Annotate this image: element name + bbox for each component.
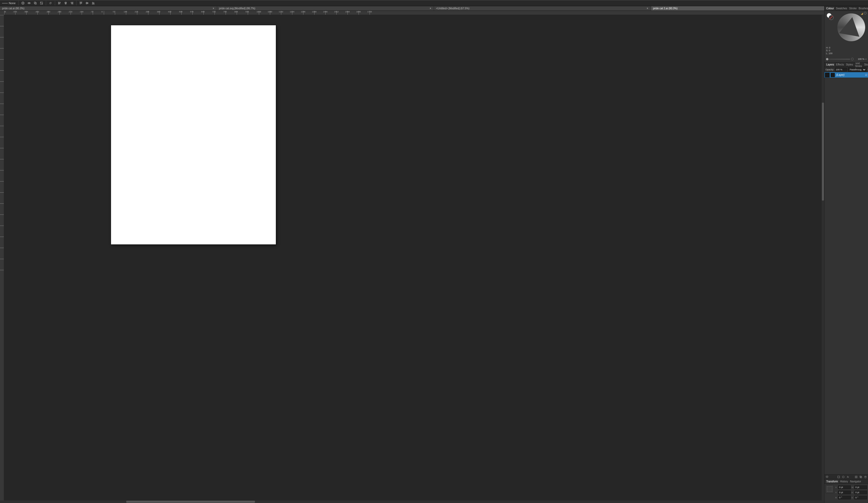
layer-row[interactable]: (Layer) ☑ xyxy=(825,72,868,78)
document-tab[interactable]: pride cat.svg [Modified] (86.7%) × xyxy=(217,6,434,11)
layers-list[interactable]: (Layer) ☑ xyxy=(825,72,868,474)
opacity-slider[interactable]: 100 % ▾ xyxy=(826,58,867,61)
separator xyxy=(46,1,46,6)
scrollbar-thumb[interactable] xyxy=(126,501,255,503)
layer-thumbnail[interactable] xyxy=(825,73,830,77)
order-icon[interactable] xyxy=(33,0,38,6)
scrollbar-thumb[interactable] xyxy=(822,103,824,201)
tab-stroke[interactable]: Stroke xyxy=(848,7,857,10)
svg-rect-16 xyxy=(92,2,93,4)
color-panel: ◢ H: 0 S: 0 L: 100 100 % ▾ xyxy=(825,11,868,62)
layers-panel: Opacity: Passthrough ⚙ 🔒 (Layer) ☑ xyxy=(825,67,868,479)
opacity-value[interactable]: 100 % xyxy=(855,58,865,60)
align-center-h-icon[interactable] xyxy=(63,0,68,6)
color-triangle[interactable] xyxy=(839,16,862,37)
tab-effects[interactable]: Effects xyxy=(835,63,845,67)
s-input[interactable] xyxy=(854,496,867,500)
blend-mode-select[interactable]: Passthrough xyxy=(848,68,867,72)
sync-icon[interactable] xyxy=(48,0,53,6)
tab-styles[interactable]: Styles xyxy=(845,63,854,67)
insert-inside-icon[interactable] xyxy=(20,0,25,6)
tab-layers[interactable]: Layers xyxy=(826,63,835,67)
duplicate-icon[interactable] xyxy=(859,475,862,479)
align-bottom-icon[interactable] xyxy=(91,0,96,6)
svg-rect-11 xyxy=(72,3,73,4)
opacity-thumb[interactable] xyxy=(826,58,828,60)
trash-icon[interactable] xyxy=(864,475,867,479)
ruler-corner[interactable] xyxy=(0,11,4,15)
align-right-icon[interactable] xyxy=(69,0,74,6)
close-icon[interactable]: × xyxy=(646,7,649,10)
transform-panel: X W Y H R S xyxy=(825,484,868,503)
separator xyxy=(18,1,19,6)
layer-visible-icon[interactable]: ☑ xyxy=(865,74,868,76)
svg-point-2 xyxy=(29,2,30,3)
context-toolbar: None xyxy=(0,0,868,6)
tab-colour[interactable]: Colour xyxy=(826,7,835,10)
tab-transform[interactable]: Transform xyxy=(826,480,839,483)
add-layer-icon[interactable] xyxy=(855,475,858,479)
hsl-readout: H: 0 S: 0 L: 100 xyxy=(826,47,833,55)
adjustment-icon[interactable] xyxy=(842,475,845,479)
lum-value: L: 100 xyxy=(826,52,833,55)
document-tab[interactable]: pride cat.ai (80.3%) × xyxy=(0,6,217,11)
y-label: Y xyxy=(835,491,837,494)
tab-swatches[interactable]: Swatches xyxy=(835,7,848,10)
x-input[interactable] xyxy=(838,485,851,489)
layer-preview-icon[interactable] xyxy=(831,73,835,77)
align-left-icon[interactable] xyxy=(57,0,62,6)
w-label: W xyxy=(851,486,854,489)
convert-icon[interactable] xyxy=(39,0,44,6)
document-tab-label: <Untitled> [Modified] (67.5%) xyxy=(436,7,469,10)
none-icon[interactable] xyxy=(864,12,867,14)
canvas-area: -648-576-504-432-360-288-216-144-7207214… xyxy=(0,11,824,501)
horizontal-ruler[interactable]: -648-576-504-432-360-288-216-144-7207214… xyxy=(4,11,824,15)
w-input[interactable] xyxy=(854,485,867,489)
x-label: X xyxy=(835,486,837,489)
document-tab-label: pride cat.svg [Modified] (86.7%) xyxy=(219,7,256,10)
vertical-scrollbar[interactable] xyxy=(822,15,824,501)
y-input[interactable] xyxy=(838,491,851,494)
chevron-down-icon[interactable]: ▾ xyxy=(866,58,867,60)
stroke-style-control[interactable]: None xyxy=(1,1,17,4)
r-input[interactable] xyxy=(838,496,851,500)
eyedropper-icon[interactable]: ◢ xyxy=(861,12,863,15)
opacity-label: Opacity: xyxy=(826,68,834,71)
anchor-point-widget[interactable] xyxy=(826,485,834,493)
align-center-v-icon[interactable] xyxy=(84,0,90,6)
svg-rect-10 xyxy=(71,2,73,3)
fill-stroke-icon[interactable] xyxy=(826,12,834,21)
svg-rect-12 xyxy=(80,2,81,4)
hue-value: H: 0 xyxy=(826,47,833,49)
tab-stock[interactable]: Stock xyxy=(864,63,868,67)
document-tab[interactable]: <Untitled> [Modified] (67.5%) × xyxy=(434,6,651,11)
mask-icon[interactable] xyxy=(837,475,840,479)
h-input[interactable] xyxy=(854,491,867,494)
opacity-swatch-icon xyxy=(851,58,854,60)
fx-icon[interactable]: fx xyxy=(846,475,849,479)
fill-stroke-swatches[interactable] xyxy=(826,12,834,21)
layers-stack-icon[interactable] xyxy=(826,475,829,479)
layer-opacity-input[interactable] xyxy=(835,68,847,71)
svg-point-22 xyxy=(842,476,844,478)
canvas-viewport[interactable] xyxy=(4,15,822,501)
close-icon[interactable]: × xyxy=(212,7,215,10)
stroke-style-label: None xyxy=(9,1,16,4)
layer-name[interactable]: (Layer) xyxy=(836,73,865,76)
align-top-icon[interactable] xyxy=(78,0,83,6)
opacity-track[interactable] xyxy=(826,59,850,60)
vertical-ruler[interactable] xyxy=(0,15,4,501)
close-icon[interactable]: × xyxy=(429,7,432,10)
artboard[interactable] xyxy=(111,25,276,244)
svg-rect-7 xyxy=(59,3,60,4)
show-all-icon[interactable] xyxy=(27,0,32,6)
svg-rect-17 xyxy=(93,2,94,3)
svg-point-0 xyxy=(22,2,24,3)
tab-brushes[interactable]: Brushes xyxy=(858,7,868,10)
tab-history[interactable]: History xyxy=(839,480,849,483)
tab-navigator[interactable]: Navigator xyxy=(849,480,862,483)
horizontal-scrollbar[interactable] xyxy=(0,501,824,503)
document-tab-label: pride cat.ai (80.3%) xyxy=(2,7,24,10)
stroke-preview-line xyxy=(2,3,8,3)
transform-panel-tabs: Transform History Navigator xyxy=(825,479,868,484)
